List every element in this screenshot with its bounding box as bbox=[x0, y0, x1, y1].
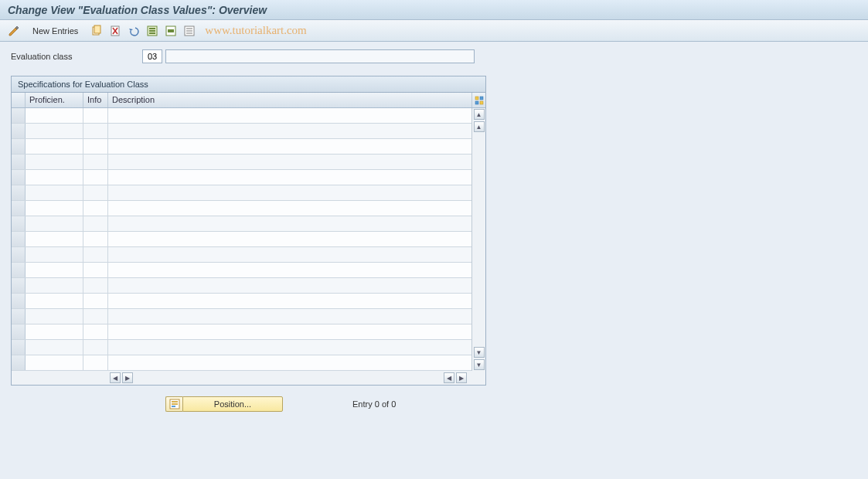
scroll-up-icon[interactable]: ▲ bbox=[474, 109, 485, 120]
scroll-down2-icon[interactable]: ▼ bbox=[474, 359, 485, 370]
cell-description[interactable] bbox=[108, 340, 471, 355]
cell-description[interactable] bbox=[108, 324, 471, 339]
cell-info[interactable] bbox=[83, 124, 108, 138]
cell-info[interactable] bbox=[83, 170, 108, 185]
cell-description[interactable] bbox=[108, 170, 471, 185]
cell-proficiency[interactable] bbox=[26, 201, 83, 216]
position-icon[interactable] bbox=[165, 396, 182, 412]
cell-description[interactable] bbox=[108, 294, 471, 308]
row-selector[interactable] bbox=[12, 124, 26, 138]
row-selector[interactable] bbox=[12, 170, 26, 185]
new-entries-button[interactable]: New Entries bbox=[28, 25, 83, 37]
row-selector[interactable] bbox=[12, 139, 26, 154]
evaluation-class-desc-input[interactable] bbox=[165, 49, 475, 63]
undo-icon[interactable] bbox=[126, 23, 141, 39]
cell-proficiency[interactable] bbox=[26, 309, 83, 324]
cell-info[interactable] bbox=[83, 278, 108, 293]
cell-proficiency[interactable] bbox=[26, 232, 83, 246]
cell-info[interactable] bbox=[83, 201, 108, 216]
row-selector[interactable] bbox=[12, 185, 26, 200]
row-selector[interactable] bbox=[12, 294, 26, 308]
row-selector[interactable] bbox=[12, 278, 26, 293]
evaluation-class-label: Evaluation class bbox=[11, 52, 142, 61]
cell-description[interactable] bbox=[108, 309, 471, 324]
horizontal-scrollbar: ◀ ▶ ◀ ▶ bbox=[12, 371, 485, 385]
row-selector[interactable] bbox=[12, 155, 26, 169]
cell-info[interactable] bbox=[83, 263, 108, 277]
svg-rect-22 bbox=[172, 406, 175, 407]
grid-header-selector[interactable] bbox=[12, 93, 26, 107]
cell-description[interactable] bbox=[108, 263, 471, 277]
cell-proficiency[interactable] bbox=[26, 263, 83, 277]
hscroll-right2-icon[interactable]: ▶ bbox=[456, 372, 467, 383]
cell-info[interactable] bbox=[83, 355, 108, 370]
cell-description[interactable] bbox=[108, 216, 471, 231]
hscroll-right-icon[interactable]: ▶ bbox=[122, 372, 133, 383]
cell-info[interactable] bbox=[83, 216, 108, 231]
cell-info[interactable] bbox=[83, 232, 108, 246]
scroll-up2-icon[interactable]: ▲ bbox=[474, 121, 485, 132]
svg-rect-21 bbox=[172, 403, 178, 405]
cell-info[interactable] bbox=[83, 247, 108, 262]
row-selector[interactable] bbox=[12, 309, 26, 324]
row-selector[interactable] bbox=[12, 355, 26, 370]
cell-proficiency[interactable] bbox=[26, 340, 83, 355]
evaluation-class-code-input[interactable] bbox=[142, 49, 162, 63]
cell-proficiency[interactable] bbox=[26, 108, 83, 123]
col-description[interactable]: Description bbox=[108, 93, 471, 107]
cell-info[interactable] bbox=[83, 185, 108, 200]
delete-icon[interactable] bbox=[107, 23, 123, 39]
row-selector[interactable] bbox=[12, 232, 26, 246]
hscroll-left2-icon[interactable]: ◀ bbox=[444, 372, 454, 383]
cell-description[interactable] bbox=[108, 247, 471, 262]
cell-info[interactable] bbox=[83, 155, 108, 169]
cell-proficiency[interactable] bbox=[26, 247, 83, 262]
cell-info[interactable] bbox=[83, 324, 108, 339]
row-selector[interactable] bbox=[12, 340, 26, 355]
cell-info[interactable] bbox=[83, 108, 108, 123]
cell-proficiency[interactable] bbox=[26, 170, 83, 185]
cell-description[interactable] bbox=[108, 185, 471, 200]
cell-description[interactable] bbox=[108, 124, 471, 138]
col-proficiency[interactable]: Proficien. bbox=[26, 93, 83, 107]
row-selector[interactable] bbox=[12, 201, 26, 216]
cell-proficiency[interactable] bbox=[26, 155, 83, 169]
cell-proficiency[interactable] bbox=[26, 124, 83, 138]
cell-proficiency[interactable] bbox=[26, 185, 83, 200]
deselect-all-icon[interactable] bbox=[182, 23, 197, 39]
vertical-scrollbar[interactable]: ▲ ▲ ▼ ▼ bbox=[471, 108, 485, 371]
cell-proficiency[interactable] bbox=[26, 294, 83, 308]
cell-description[interactable] bbox=[108, 139, 471, 154]
position-button[interactable]: Position... bbox=[182, 396, 283, 412]
scroll-down-icon[interactable]: ▼ bbox=[474, 347, 485, 358]
cell-proficiency[interactable] bbox=[26, 355, 83, 370]
row-selector[interactable] bbox=[12, 263, 26, 277]
row-selector[interactable] bbox=[12, 324, 26, 339]
cell-description[interactable] bbox=[108, 278, 471, 293]
cell-proficiency[interactable] bbox=[26, 139, 83, 154]
cell-proficiency[interactable] bbox=[26, 216, 83, 231]
table-row bbox=[12, 247, 471, 263]
cell-description[interactable] bbox=[108, 108, 471, 123]
cell-description[interactable] bbox=[108, 155, 471, 169]
cell-info[interactable] bbox=[83, 309, 108, 324]
hscroll-left-icon[interactable]: ◀ bbox=[110, 372, 121, 383]
cell-info[interactable] bbox=[83, 294, 108, 308]
cell-info[interactable] bbox=[83, 340, 108, 355]
change-display-icon[interactable] bbox=[6, 23, 22, 39]
cell-description[interactable] bbox=[108, 201, 471, 216]
col-info[interactable]: Info bbox=[83, 93, 108, 107]
select-block-icon[interactable] bbox=[163, 23, 179, 39]
row-selector[interactable] bbox=[12, 216, 26, 231]
cell-proficiency[interactable] bbox=[26, 324, 83, 339]
footer-bar: Position... Entry 0 of 0 bbox=[11, 396, 857, 412]
cell-description[interactable] bbox=[108, 355, 471, 370]
copy-icon[interactable] bbox=[89, 23, 104, 39]
select-all-icon[interactable] bbox=[145, 23, 160, 39]
cell-description[interactable] bbox=[108, 232, 471, 246]
cell-proficiency[interactable] bbox=[26, 278, 83, 293]
table-settings-icon[interactable] bbox=[471, 93, 485, 107]
row-selector[interactable] bbox=[12, 108, 26, 123]
row-selector[interactable] bbox=[12, 247, 26, 262]
cell-info[interactable] bbox=[83, 139, 108, 154]
